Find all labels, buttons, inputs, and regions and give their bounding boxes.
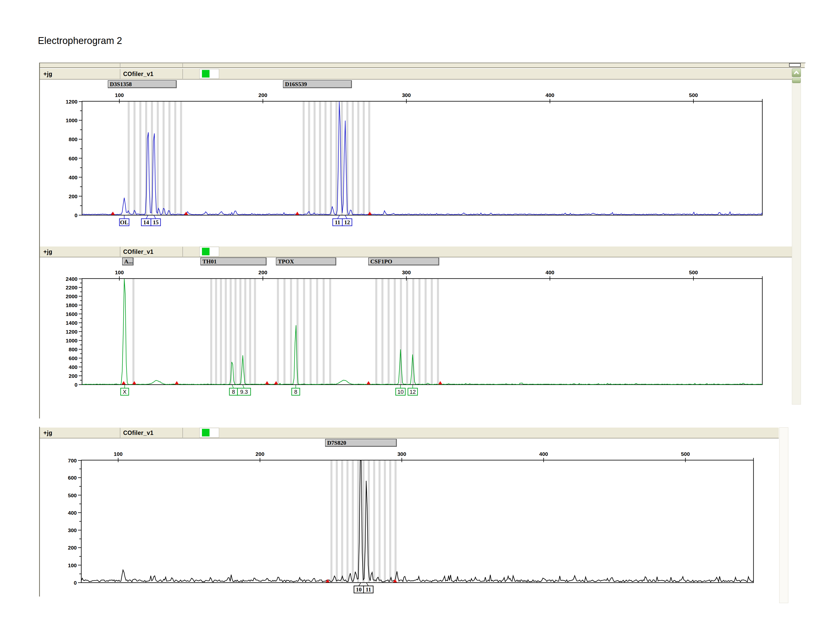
bin-bar bbox=[357, 460, 359, 582]
bin-bar bbox=[384, 460, 386, 582]
cell-divider bbox=[182, 63, 183, 67]
panel-3-header-row[interactable]: +jg COfiler_v1 bbox=[40, 427, 779, 438]
red-triangle-marker bbox=[326, 579, 330, 582]
clipped-row-above bbox=[40, 63, 805, 68]
allele-leader-line bbox=[367, 583, 368, 586]
bin-bar bbox=[362, 460, 365, 582]
panel-3-chart: 1002003004005000100200300400500600700101… bbox=[68, 451, 754, 593]
x-tick-label: 100 bbox=[114, 451, 123, 457]
locus-label-TPOX: TPOX bbox=[276, 258, 336, 266]
bin-bar bbox=[368, 460, 370, 582]
allele-bin-bars bbox=[330, 460, 397, 582]
bin-bar bbox=[394, 460, 397, 582]
scrollbar-up-button[interactable] bbox=[792, 69, 801, 77]
panel-name-label: COfiler_v1 bbox=[123, 248, 153, 255]
cell-divider bbox=[182, 428, 183, 438]
cell-divider bbox=[182, 247, 183, 257]
chevron-up-icon bbox=[792, 69, 801, 77]
allele-call-value: 10 bbox=[356, 586, 362, 593]
panel-name-label: COfiler_v1 bbox=[123, 71, 153, 77]
plot-container-bottom-border bbox=[39, 427, 40, 597]
clipped-scroll-corner bbox=[789, 63, 801, 67]
bin-bar bbox=[341, 460, 343, 582]
y-tick-label: 500 bbox=[68, 493, 77, 498]
genotyper-window: Electropherogram 2 +jg COfiler_v1 +jg CO… bbox=[0, 0, 833, 644]
bin-bar bbox=[352, 460, 354, 582]
y-tick-label: 700 bbox=[68, 457, 77, 464]
red-triangle-marker bbox=[393, 579, 397, 582]
bin-bar bbox=[373, 460, 375, 582]
bin-bar bbox=[347, 460, 349, 582]
panel-1-header-row[interactable]: +jg COfiler_v1 bbox=[40, 68, 792, 80]
green-status-indicator bbox=[202, 70, 209, 77]
green-status-indicator bbox=[202, 248, 209, 255]
y-tick-label: 600 bbox=[68, 475, 77, 481]
cell-divider bbox=[120, 247, 121, 257]
x-tick-label: 200 bbox=[256, 451, 264, 457]
cell-divider bbox=[120, 428, 121, 438]
status-indicator-box[interactable] bbox=[199, 247, 219, 257]
locus-label-D7S820: D7S820 bbox=[325, 439, 397, 447]
bin-bar bbox=[389, 460, 391, 582]
allele-leader-line bbox=[359, 583, 360, 586]
green-status-indicator bbox=[202, 429, 209, 436]
x-tick-label: 300 bbox=[397, 451, 406, 457]
locus-label-D16S539: D16S539 bbox=[283, 80, 352, 88]
sample-name-label: +jg bbox=[43, 430, 52, 436]
bin-bar bbox=[336, 460, 338, 582]
cell-divider bbox=[182, 69, 183, 79]
locus-label-A: A... bbox=[122, 258, 133, 266]
allele-call-box[interactable] bbox=[363, 586, 373, 593]
x-axis: 100200300400500 bbox=[114, 451, 754, 462]
allele-labels: 1011 bbox=[354, 583, 373, 593]
bin-bar bbox=[330, 460, 333, 582]
allele-call-value: 11 bbox=[365, 586, 371, 593]
sample-name-label: +jg bbox=[43, 248, 52, 255]
y-axis: 0100200300400500600700 bbox=[68, 457, 81, 586]
panel-2-header-row[interactable]: +jg COfiler_v1 bbox=[40, 246, 792, 258]
range-markers bbox=[326, 579, 397, 582]
cell-divider bbox=[120, 69, 121, 79]
vertical-scrollbar-track-bottom[interactable] bbox=[779, 427, 788, 603]
y-tick-label: 0 bbox=[74, 580, 77, 586]
y-tick-label: 100 bbox=[68, 562, 77, 568]
locus-label-TH01: TH01 bbox=[200, 258, 267, 266]
plot-container-top bbox=[39, 63, 806, 419]
locus-label-CSF1PO: CSF1PO bbox=[368, 258, 439, 266]
scrollbar-thumb[interactable] bbox=[792, 78, 801, 83]
bin-bar bbox=[379, 460, 381, 582]
y-tick-label: 400 bbox=[68, 510, 77, 516]
x-tick-label: 500 bbox=[681, 451, 690, 457]
allele-call-box[interactable] bbox=[354, 586, 363, 593]
status-indicator-box[interactable] bbox=[199, 69, 219, 79]
plot-border bbox=[81, 460, 754, 583]
vertical-scrollbar-track[interactable] bbox=[792, 68, 801, 404]
sample-name-label: +jg bbox=[43, 71, 52, 77]
y-tick-label: 300 bbox=[68, 527, 77, 533]
cell-divider bbox=[120, 63, 121, 67]
y-tick-label: 200 bbox=[68, 545, 77, 551]
status-indicator-box[interactable] bbox=[199, 428, 219, 438]
x-tick-label: 400 bbox=[539, 451, 548, 457]
page-title: Electropherogram 2 bbox=[38, 35, 122, 46]
locus-label-D3S1358: D3S1358 bbox=[108, 80, 177, 88]
panel-name-label: COfiler_v1 bbox=[123, 430, 153, 436]
electropherogram-trace bbox=[81, 460, 753, 582]
